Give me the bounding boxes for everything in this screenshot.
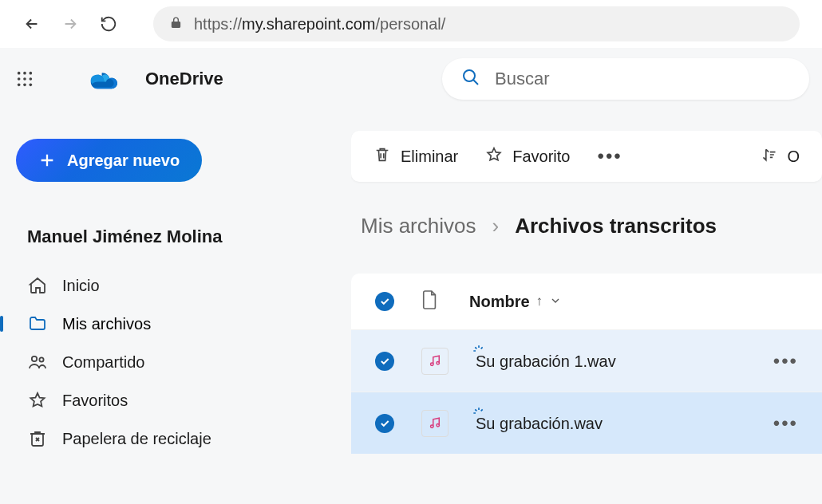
new-indicator-icon — [472, 345, 485, 360]
trash-icon — [373, 146, 391, 167]
sidebar: Agregar nuevo Manuel Jiménez Molina Inic… — [0, 110, 351, 504]
file-name[interactable]: Su grabación 1.wav — [476, 352, 616, 371]
url-bar[interactable]: https://my.sharepoint.com/personal/ — [153, 6, 800, 41]
audio-file-icon — [421, 348, 449, 375]
sidebar-item-recycle-bin[interactable]: Papelera de reciclaje — [16, 419, 351, 458]
file-row[interactable]: Su grabación.wav ••• — [351, 392, 822, 454]
sidebar-item-my-files[interactable]: Mis archivos — [16, 305, 351, 343]
svg-point-16 — [437, 423, 439, 426]
svg-point-9 — [464, 70, 475, 81]
sidebar-item-home[interactable]: Inicio — [16, 266, 351, 305]
arrow-up-icon: ↑ — [536, 293, 543, 309]
chevron-right-icon: › — [492, 214, 499, 238]
search-input[interactable]: Buscar — [442, 58, 809, 100]
file-icon — [421, 289, 439, 313]
svg-point-0 — [18, 72, 21, 75]
favorite-button[interactable]: Favorito — [485, 146, 570, 167]
lock-icon — [169, 16, 183, 33]
svg-point-2 — [30, 72, 33, 75]
svg-point-11 — [39, 357, 43, 361]
sidebar-item-shared[interactable]: Compartido — [16, 343, 351, 381]
file-list-header: Nombre ↑ — [351, 274, 822, 329]
browser-nav-bar: https://my.sharepoint.com/personal/ — [0, 0, 822, 48]
reload-button[interactable] — [99, 14, 118, 33]
add-new-label: Agregar nuevo — [67, 152, 180, 170]
file-list: Nombre ↑ Su — [351, 274, 822, 454]
folder-icon — [27, 314, 48, 333]
forward-button[interactable] — [61, 14, 80, 33]
svg-point-3 — [18, 77, 21, 81]
svg-point-6 — [18, 84, 21, 87]
star-icon — [485, 146, 503, 167]
more-actions-button[interactable]: ••• — [598, 145, 622, 167]
svg-point-14 — [437, 361, 439, 364]
suite-bar: OneDrive Buscar — [0, 48, 822, 110]
file-row[interactable]: Su grabación 1.wav ••• — [351, 329, 822, 392]
command-bar: Eliminar Favorito ••• O — [351, 131, 822, 182]
app-title: OneDrive — [145, 69, 223, 89]
star-icon — [27, 391, 48, 410]
column-header-name[interactable]: Nombre ↑ — [469, 293, 562, 311]
row-checkbox[interactable] — [375, 352, 394, 371]
row-checkbox[interactable] — [375, 414, 394, 433]
recycle-icon — [27, 429, 48, 448]
audio-file-icon — [421, 410, 449, 437]
home-icon — [27, 276, 48, 295]
back-button[interactable] — [22, 14, 41, 33]
svg-point-13 — [431, 363, 433, 365]
file-name[interactable]: Su grabación.wav — [476, 415, 603, 433]
breadcrumb-current: Archivos transcritos — [515, 214, 717, 238]
content-area: Eliminar Favorito ••• O Mis archivos — [351, 110, 822, 504]
breadcrumb-root[interactable]: Mis archivos — [361, 214, 476, 238]
sidebar-item-favorites[interactable]: Favoritos — [16, 381, 351, 419]
svg-point-5 — [30, 77, 33, 81]
svg-point-1 — [23, 72, 26, 75]
sort-button[interactable]: O — [761, 147, 800, 167]
select-all-checkbox[interactable] — [375, 292, 394, 311]
svg-point-15 — [431, 425, 433, 427]
people-icon — [27, 352, 48, 372]
sort-icon — [761, 147, 777, 167]
svg-point-8 — [30, 84, 33, 87]
svg-point-10 — [32, 356, 37, 361]
more-icon: ••• — [598, 145, 622, 167]
add-new-button[interactable]: Agregar nuevo — [16, 139, 202, 182]
row-more-button[interactable]: ••• — [773, 350, 798, 372]
url-text: https://my.sharepoint.com/personal/ — [194, 15, 445, 33]
search-placeholder: Buscar — [495, 69, 549, 89]
row-more-button[interactable]: ••• — [773, 412, 798, 435]
app-launcher-button[interactable] — [13, 67, 37, 91]
new-indicator-icon — [472, 407, 485, 423]
search-icon — [461, 68, 480, 90]
svg-point-7 — [23, 84, 26, 87]
svg-point-4 — [23, 77, 26, 81]
user-display-name: Manuel Jiménez Molina — [27, 226, 351, 247]
chevron-down-icon — [549, 293, 562, 311]
delete-button[interactable]: Eliminar — [373, 146, 458, 167]
breadcrumb: Mis archivos › Archivos transcritos — [351, 214, 822, 238]
onedrive-logo-icon — [89, 68, 123, 90]
